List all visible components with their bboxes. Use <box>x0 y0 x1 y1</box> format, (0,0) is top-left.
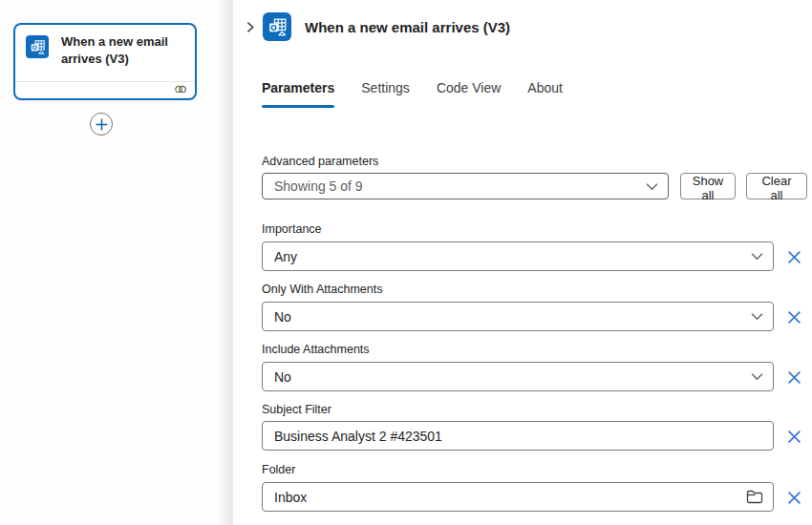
tab-about[interactable]: About <box>527 80 563 108</box>
only-with-attachments-clear-button[interactable] <box>784 307 803 326</box>
include-attachments-dropdown[interactable]: No <box>262 362 774 391</box>
close-icon <box>787 310 801 325</box>
trigger-card-footer <box>15 81 195 98</box>
trigger-settings-panel: When a new email arrives (V3) Parameters… <box>232 0 812 525</box>
subject-filter-label: Subject Filter <box>262 403 331 416</box>
subject-filter-clear-button[interactable] <box>784 427 803 446</box>
only-with-attachments-dropdown[interactable]: No <box>262 302 774 331</box>
subject-filter-input[interactable]: Business Analyst 2 #423501 <box>262 421 774 451</box>
include-attachments-label: Include Attachments <box>262 343 370 356</box>
close-icon <box>787 430 801 444</box>
flow-designer: When a new email arrives (V3) <box>0 0 812 525</box>
importance-dropdown[interactable]: Any <box>262 242 774 271</box>
close-icon <box>787 370 801 385</box>
include-attachments-value: No <box>274 369 751 385</box>
show-all-button[interactable]: Show all <box>680 173 736 200</box>
flow-canvas: When a new email arrives (V3) <box>0 0 232 525</box>
close-icon <box>787 250 801 264</box>
chevron-down-icon <box>751 372 763 381</box>
include-attachments-clear-button[interactable] <box>784 368 803 387</box>
advanced-parameters-dropdown-value: Showing 5 of 9 <box>274 178 646 194</box>
chevron-down-icon <box>751 252 763 261</box>
only-with-attachments-label: Only With Attachments <box>262 283 382 296</box>
folder-value: Inbox <box>274 490 746 505</box>
outlook-connector-icon <box>26 35 49 58</box>
collapse-panel-button[interactable] <box>238 15 261 38</box>
folder-picker-button[interactable] <box>746 490 763 504</box>
advanced-parameters-dropdown[interactable]: Showing 5 of 9 <box>262 173 669 200</box>
importance-label: Importance <box>262 222 322 236</box>
panel-tabs: Parameters Settings Code View About <box>262 80 563 108</box>
clear-all-button[interactable]: Clear all <box>746 173 807 200</box>
subject-filter-value: Business Analyst 2 #423501 <box>274 429 763 444</box>
trigger-card-header: When a new email arrives (V3) <box>15 25 195 81</box>
tab-parameters[interactable]: Parameters <box>262 80 334 108</box>
trigger-card-title: When a new email arrives (V3) <box>61 33 185 68</box>
folder-input[interactable]: Inbox <box>262 482 774 512</box>
plus-icon <box>96 118 108 131</box>
importance-value: Any <box>274 249 751 264</box>
chevron-down-icon <box>751 312 763 321</box>
only-with-attachments-value: No <box>274 309 751 325</box>
folder-clear-button[interactable] <box>784 488 803 507</box>
add-action-button[interactable] <box>90 113 113 136</box>
outlook-connector-icon <box>263 12 291 41</box>
chevron-down-icon <box>646 182 658 191</box>
panel-title: When a new email arrives (V3) <box>305 19 510 35</box>
chevron-right-icon <box>244 21 256 33</box>
tab-settings[interactable]: Settings <box>361 80 410 108</box>
advanced-parameters-label: Advanced parameters <box>262 155 378 168</box>
folder-label: Folder <box>262 463 295 476</box>
trigger-card[interactable]: When a new email arrives (V3) <box>13 23 197 100</box>
tab-code-view[interactable]: Code View <box>437 80 501 108</box>
folder-icon <box>746 490 763 504</box>
importance-clear-button[interactable] <box>784 247 803 266</box>
close-icon <box>787 491 801 505</box>
panel-header: When a new email arrives (V3) <box>233 11 510 42</box>
connection-link-icon <box>174 84 187 94</box>
